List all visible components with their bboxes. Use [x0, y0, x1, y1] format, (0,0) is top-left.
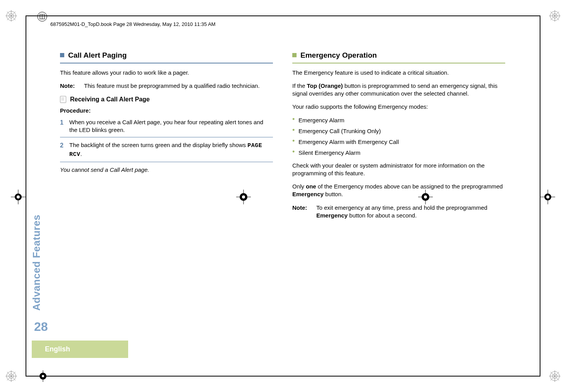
step-text-pre: The backlight of the screen turns green …: [69, 142, 247, 148]
crop-line-top: [26, 15, 540, 16]
running-head: 6875952M01-D_TopD.book Page 28 Wednesday…: [50, 21, 216, 27]
svg-point-36: [546, 195, 549, 199]
footer-note-italic: You cannot send a Call Alert page.: [60, 166, 273, 174]
crosshair-icon: [11, 190, 26, 204]
section-title-call-alert: Call Alert Paging: [60, 50, 273, 60]
section-title-text: Emergency Operation: [300, 50, 377, 60]
procedure-step: 2 The backlight of the screen turns gree…: [60, 141, 273, 162]
paragraph: The Emergency feature is used to indicat…: [292, 69, 505, 77]
subheading-text: Receiving a Call Alert Page: [70, 95, 150, 104]
language-label: English: [45, 345, 70, 353]
paragraph: Only one of the Emergency modes above ca…: [292, 183, 505, 199]
bold-fragment: Emergency: [316, 212, 348, 219]
step-text: When you receive a Call Alert page, you …: [69, 118, 273, 134]
crosshair-icon: [540, 190, 555, 204]
list-item: Emergency Call (Trunking Only): [292, 127, 505, 135]
note-label: Note:: [292, 204, 311, 220]
crop-line-bottom: [26, 376, 540, 377]
registration-mark-icon: [5, 10, 17, 22]
text-fragment: To exit emergency at any time, press and…: [316, 204, 487, 211]
content-area: Call Alert Paging This feature allows yo…: [60, 50, 505, 225]
note-block: Note: This feature must be preprogrammed…: [60, 82, 273, 90]
step-text: The backlight of the screen turns green …: [69, 141, 273, 159]
subheading-receiving: Receiving a Call Alert Page: [60, 95, 273, 104]
note-text: To exit emergency at any time, press and…: [316, 204, 505, 220]
note-block: Note: To exit emergency at any time, pre…: [292, 204, 505, 220]
list-item: Emergency Alarm: [292, 116, 505, 124]
paragraph: If the Top (Orange) button is preprogram…: [292, 82, 505, 98]
book-icon: [60, 96, 66, 103]
left-column: Call Alert Paging This feature allows yo…: [60, 50, 273, 225]
paragraph: Check with your dealer or system adminis…: [292, 162, 505, 178]
list-item: Silent Emergency Alarm: [292, 149, 505, 157]
square-bullet-icon: [60, 53, 64, 57]
text-fragment: button for about a second.: [348, 212, 417, 219]
section-title-emergency: Emergency Operation: [292, 50, 505, 60]
bullet-list: Emergency Alarm Emergency Call (Trunking…: [292, 116, 505, 157]
list-item: Emergency Alarm with Emergency Call: [292, 138, 505, 146]
section-divider: [292, 63, 505, 63]
bold-fragment: one: [306, 183, 316, 190]
registration-mark-icon: [549, 10, 561, 22]
paragraph: Your radio supports the following Emerge…: [292, 103, 505, 111]
registration-mark-icon: [5, 370, 17, 382]
procedure-label: Procedure:: [60, 107, 273, 115]
svg-point-48: [42, 375, 44, 377]
step-number: 2: [60, 141, 65, 159]
step-number: 1: [60, 118, 65, 134]
right-column: Emergency Operation The Emergency featur…: [292, 50, 505, 225]
text-fragment: button.: [324, 191, 343, 197]
section-title-text: Call Alert Paging: [68, 50, 127, 60]
svg-point-31: [17, 195, 20, 199]
page-number: 28: [34, 320, 48, 334]
bold-fragment: Top (Orange): [307, 82, 343, 89]
crop-line-left: [26, 15, 26, 377]
paragraph: This feature allows your radio to work l…: [60, 69, 273, 77]
note-text: This feature must be preprogrammed by a …: [84, 82, 260, 90]
bold-fragment: Emergency: [292, 191, 324, 197]
text-fragment: If the: [292, 82, 307, 89]
step-text-post: .: [81, 151, 82, 157]
side-tab-label: Advanced Features: [31, 215, 43, 311]
square-bullet-icon: [292, 53, 297, 57]
note-label: Note:: [60, 82, 79, 90]
text-fragment: of the Emergency modes above can be assi…: [316, 183, 503, 190]
section-divider: [60, 63, 273, 63]
procedure-step: 1 When you receive a Call Alert page, yo…: [60, 118, 273, 138]
language-tab: English: [32, 341, 128, 358]
registration-mark-icon: [549, 370, 561, 382]
text-fragment: Only: [292, 183, 306, 190]
book-mark-icon: [37, 12, 47, 22]
crosshair-icon: [37, 370, 49, 382]
